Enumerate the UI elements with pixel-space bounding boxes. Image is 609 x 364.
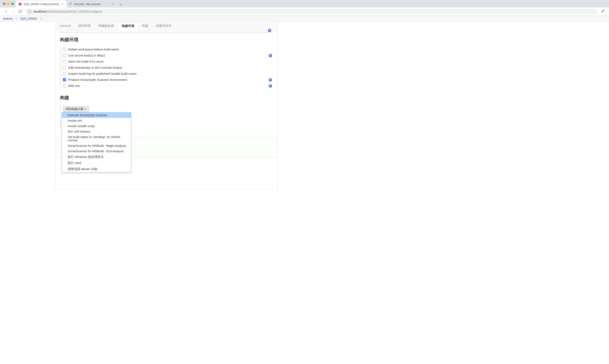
dropdown-item-sonarqube-scanner[interactable]: Execute SonarQube Scanner bbox=[62, 113, 131, 118]
breadcrumb: Jenkins ❯ SQS_DEMO ❯ bbox=[0, 15, 609, 22]
help-icon[interactable]: ? bbox=[269, 84, 272, 88]
browser-toolbar: i localhost:8080/jenkins/job/SQS_DEMO/co… bbox=[0, 8, 609, 15]
page-body: General 源码管理 构建触发器 构建环境 构建 构建后操作 ? 构建环境 … bbox=[0, 22, 609, 189]
section-title-build-env: 构建环境 bbox=[60, 37, 273, 43]
address-bar[interactable]: i localhost:8080/jenkins/job/SQS_DEMO/co… bbox=[26, 9, 598, 14]
option-label[interactable]: Add timestamps to the Console Output bbox=[68, 66, 273, 69]
option-label[interactable]: Abort the build if it's stuck bbox=[68, 60, 273, 63]
toolbar-right bbox=[599, 9, 607, 14]
dropdown-item-msbuild-begin[interactable]: SonarScanner for MSBuild - Begin Analysi… bbox=[62, 143, 131, 148]
svg-rect-2 bbox=[19, 4, 21, 5]
left-gutter bbox=[0, 22, 55, 189]
browser-chrome: SQS_DEMO Config [Jenkins] × Security - M… bbox=[0, 0, 609, 15]
close-tab-icon[interactable]: × bbox=[111, 2, 114, 6]
help-icon[interactable]: ? bbox=[269, 54, 272, 57]
breadcrumb-item-job[interactable]: SQS_DEMO bbox=[20, 17, 37, 20]
option-label[interactable]: Prepare SonarQube Scanner environment bbox=[68, 78, 269, 81]
option-label[interactable]: Use secret text(s) or file(s) bbox=[68, 54, 269, 57]
option-gradle-scans: Inspect build log for published Gradle b… bbox=[63, 71, 273, 77]
reload-button[interactable] bbox=[18, 9, 22, 14]
option-label[interactable]: With Ant bbox=[68, 84, 269, 88]
new-tab-button[interactable]: + bbox=[118, 2, 124, 8]
build-steps-block: 增加构建步骤 ▼ Execute SonarQube Scanner Invok… bbox=[60, 104, 273, 114]
tab-build-environment[interactable]: 构建环境 bbox=[118, 22, 138, 30]
chevron-right-icon: ❯ bbox=[15, 17, 17, 20]
config-content: ? 构建环境 Delete workspace before build sta… bbox=[56, 30, 278, 133]
svg-point-3 bbox=[602, 11, 603, 12]
build-env-options: Delete workspace before build starts Use… bbox=[60, 46, 273, 89]
option-label[interactable]: Delete workspace before build starts bbox=[68, 48, 273, 51]
help-icon[interactable]: ? bbox=[269, 78, 272, 81]
config-tabs: General 源码管理 构建触发器 构建环境 构建 构建后操作 bbox=[56, 22, 278, 30]
url-text: localhost:8080/jenkins/job/SQS_DEMO/conf… bbox=[34, 10, 595, 13]
option-timestamps: Add timestamps to the Console Output bbox=[63, 65, 273, 71]
option-label[interactable]: Inspect build log for published Gradle b… bbox=[68, 72, 273, 75]
tab-bar: SQS_DEMO Config [Jenkins] × Security - M… bbox=[0, 0, 609, 8]
dropdown-item-execute-shell[interactable]: 执行 shell bbox=[62, 160, 131, 166]
sonarqube-favicon bbox=[69, 2, 73, 6]
checkbox-sonarqube-env[interactable] bbox=[63, 78, 66, 81]
site-info-icon[interactable]: i bbox=[28, 10, 31, 13]
tab-triggers[interactable]: 构建触发器 bbox=[94, 22, 118, 30]
dropdown-item-maven-top[interactable]: 调用顶层 Maven 目标 bbox=[62, 166, 131, 172]
checkbox-abort-stuck[interactable] bbox=[63, 60, 66, 63]
browser-tab-active[interactable]: SQS_DEMO Config [Jenkins] × bbox=[16, 0, 67, 8]
tab-title: SQS_DEMO Config [Jenkins] bbox=[24, 2, 59, 6]
dropdown-item-msbuild-end[interactable]: SonarScanner for MSBuild - End Analysis bbox=[62, 148, 131, 154]
config-panel: General 源码管理 构建触发器 构建环境 构建 构建后操作 ? 构建环境 … bbox=[55, 22, 278, 189]
svg-point-1 bbox=[19, 3, 21, 4]
maximize-window-button[interactable] bbox=[11, 2, 14, 5]
option-delete-workspace: Delete workspace before build starts bbox=[63, 46, 273, 52]
dropdown-item-invoke-gradle[interactable]: Invoke Gradle script bbox=[62, 123, 131, 129]
minimize-window-button[interactable] bbox=[7, 2, 10, 5]
option-sonarqube-env: Prepare SonarQube Scanner environment ? bbox=[63, 77, 273, 83]
previous-section-marker: ? bbox=[60, 32, 273, 33]
browser-tab[interactable]: Security - My Account × bbox=[67, 0, 117, 8]
jenkins-favicon bbox=[18, 2, 22, 6]
dropdown-item-run-timeout[interactable]: Run with timeout bbox=[62, 129, 131, 134]
chevron-down-icon: ▼ bbox=[84, 108, 86, 110]
dropdown-item-github-pending[interactable]: Set build status to "pending" on GitHub … bbox=[62, 134, 131, 143]
tab-post-build[interactable]: 构建后操作 bbox=[152, 22, 175, 30]
tab-title: Security - My Account bbox=[74, 2, 109, 6]
checkbox-gradle-scans[interactable] bbox=[63, 72, 66, 75]
close-window-button[interactable] bbox=[3, 2, 5, 5]
tab-general[interactable]: General bbox=[56, 22, 74, 30]
option-secret-text: Use secret text(s) or file(s) ? bbox=[63, 52, 273, 58]
chevron-right-icon: ❯ bbox=[40, 17, 42, 20]
breadcrumb-item-jenkins[interactable]: Jenkins bbox=[2, 17, 12, 20]
option-with-ant: With Ant ? bbox=[63, 83, 273, 89]
close-tab-icon[interactable]: × bbox=[61, 2, 64, 6]
dropdown-item-invoke-ant[interactable]: Invoke Ant bbox=[62, 118, 131, 123]
password-key-icon[interactable] bbox=[601, 9, 605, 14]
browser-tabs: SQS_DEMO Config [Jenkins] × Security - M… bbox=[16, 0, 124, 8]
forward-button[interactable] bbox=[11, 9, 15, 14]
window-controls bbox=[2, 2, 16, 5]
build-step-dropdown: Execute SonarQube Scanner Invoke Ant Inv… bbox=[62, 112, 131, 172]
dropdown-item-windows-batch[interactable]: 执行 Windows 批处理命令 bbox=[62, 154, 131, 160]
checkbox-timestamps[interactable] bbox=[63, 66, 66, 69]
tab-build[interactable]: 构建 bbox=[138, 22, 152, 30]
back-button[interactable] bbox=[4, 9, 8, 14]
option-abort-stuck: Abort the build if it's stuck bbox=[63, 58, 273, 65]
checkbox-with-ant[interactable] bbox=[63, 84, 66, 87]
checkbox-secret-text[interactable] bbox=[63, 54, 66, 57]
add-build-step-label: 增加构建步骤 bbox=[66, 107, 83, 111]
checkbox-delete-workspace[interactable] bbox=[63, 48, 66, 51]
help-icon[interactable]: ? bbox=[268, 29, 271, 32]
section-title-build: 构建 bbox=[60, 95, 273, 101]
add-build-step-button[interactable]: 增加构建步骤 ▼ bbox=[63, 106, 89, 112]
tab-scm[interactable]: 源码管理 bbox=[74, 22, 94, 30]
nav-buttons bbox=[2, 9, 24, 14]
